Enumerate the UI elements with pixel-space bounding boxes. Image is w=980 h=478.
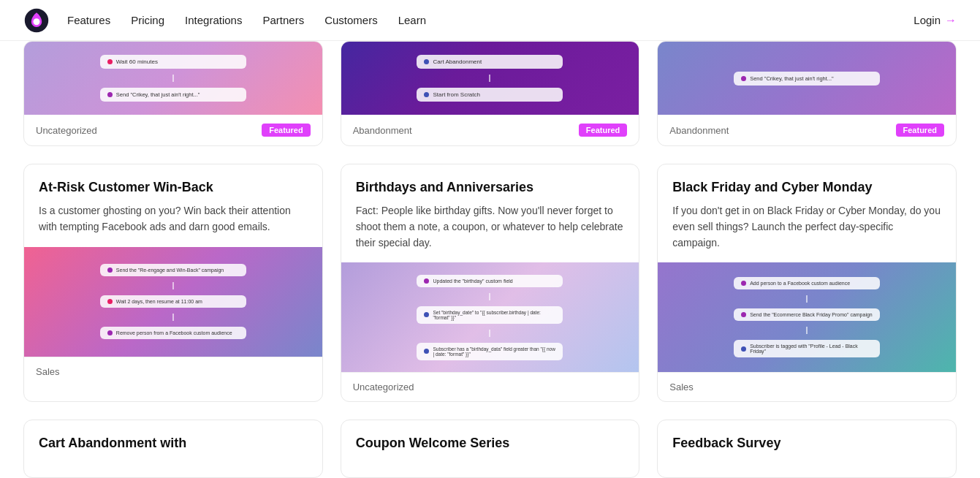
card-image: Updated the "birthday" custom field Set … [341,262,639,372]
bottom-card-row: Cart Abandonment with Coupon Welcome Ser… [23,420,957,478]
diagram-box: Send "Crikey, that just ain't right..." [100,88,246,102]
diagram-connector [172,314,174,321]
diagram-box: Subscriber has a "birthday_data" field g… [417,343,563,360]
diagram-box: Updated the "birthday" custom field [417,275,563,287]
diagram-box: Remove person from a Facebook custom aud… [100,327,246,339]
card-text: Black Friday and Cyber Monday If you don… [658,164,956,262]
svg-point-1 [34,18,40,25]
dot-icon [424,312,429,317]
card-description: If you don't get in on Black Friday or C… [672,203,941,251]
card-description: Is a customer ghosting on you? Win back … [39,203,308,235]
card-title: At-Risk Customer Win-Back [39,179,308,196]
page-content: Wait 60 minutes Send "Crikey, that just … [0,41,980,478]
featured-badge: Featured [896,124,944,137]
card-image: Send "Crikey, that just ain't right..." [658,42,956,115]
card-abandonment-featured-2[interactable]: Send "Crikey, that just ain't right..." … [657,41,957,146]
dot-icon [741,346,746,352]
dot-icon [107,59,113,64]
nav-features[interactable]: Features [67,14,110,26]
navigation: Features Pricing Integrations Partners C… [0,0,980,41]
nav-links: Features Pricing Integrations Partners C… [67,14,913,26]
nav-integrations[interactable]: Integrations [185,14,242,26]
card-title: Black Friday and Cyber Monday [672,179,941,196]
diagram-box: Set "birthday_date" to "{{ subscriber.bi… [417,306,563,324]
diagram-box: Cart Abandonment [417,55,563,69]
login-button[interactable]: Login → [913,14,957,27]
card-category: Abandonment [353,125,412,136]
top-card-row: Wait 60 minutes Send "Crikey, that just … [23,41,957,146]
card-uncategorized-featured[interactable]: Wait 60 minutes Send "Crikey, that just … [23,41,323,146]
card-footer: Abandonment Featured [341,115,639,145]
dot-icon [741,312,746,317]
card-coupon-welcome[interactable]: Coupon Welcome Series [341,420,640,478]
card-text: At-Risk Customer Win-Back Is a customer … [24,164,322,247]
card-image: Add person to a Facebook custom audience… [658,262,956,372]
dot-icon [107,330,113,335]
card-title: Cart Abandonment with [39,435,308,452]
dot-icon [741,281,746,286]
diagram-box: Send the "Re-engage and Win-Back" campai… [100,264,246,276]
card-image: Wait 60 minutes Send "Crikey, that just … [24,42,322,115]
diagram-box: Add person to a Facebook custom audience [734,277,880,289]
dot-icon [741,76,746,81]
dot-icon [107,92,113,97]
diagram-connector [489,75,490,82]
nav-customers[interactable]: Customers [324,14,378,26]
diagram-connector [489,293,490,300]
diagram-connector [806,327,808,334]
diagram-connector [489,330,490,337]
diagram-box: Wait 60 minutes [100,55,246,69]
logo[interactable] [23,7,50,34]
card-title: Coupon Welcome Series [356,435,625,452]
diagram-connector [172,282,174,289]
diagram-connector [806,295,808,303]
card-title: Feedback Survey [672,435,941,452]
card-at-risk-winback[interactable]: At-Risk Customer Win-Back Is a customer … [23,164,323,402]
card-text: Feedback Survey [658,420,956,463]
card-cart-abandonment[interactable]: Cart Abandonment with [23,420,323,478]
card-footer: Sales [24,357,322,386]
card-text: Cart Abandonment with [24,420,322,463]
card-diagram: Send the "Re-engage and Win-Back" campai… [24,247,322,357]
card-footer: Uncategorized Featured [24,115,322,145]
card-diagram: Updated the "birthday" custom field Set … [341,262,639,372]
nav-learn[interactable]: Learn [398,14,426,26]
card-category: Uncategorized [36,125,97,136]
card-diagram: Wait 60 minutes Send "Crikey, that just … [24,42,322,115]
dot-icon [424,349,429,354]
nav-pricing[interactable]: Pricing [131,14,164,26]
card-image: Send the "Re-engage and Win-Back" campai… [24,247,322,357]
card-diagram: Send "Crikey, that just ain't right..." [658,42,956,115]
card-birthdays-anniversaries[interactable]: Birthdays and Anniversaries Fact: People… [341,164,640,402]
featured-badge: Featured [262,124,310,137]
diagram-box: Wait 2 days, then resume at 11:00 am [100,295,246,308]
dot-icon [424,59,429,64]
card-diagram: Cart Abandonment Start from Scratch [341,42,639,115]
dot-icon [107,268,113,273]
card-image: Cart Abandonment Start from Scratch [341,42,639,115]
login-arrow-icon: → [945,14,957,27]
card-feedback-survey[interactable]: Feedback Survey [657,420,957,478]
card-diagram: Add person to a Facebook custom audience… [658,262,956,372]
diagram-box: Send "Crikey, that just ain't right..." [734,72,880,86]
diagram-box: Send the "Ecommerce Black Friday Promo" … [734,308,880,321]
dot-icon [107,299,113,304]
card-footer: Uncategorized [341,372,639,401]
dot-icon [424,278,429,284]
card-text: Coupon Welcome Series [341,420,639,463]
main-card-grid: At-Risk Customer Win-Back Is a customer … [23,164,957,402]
featured-badge: Featured [579,124,627,137]
diagram-box: Subscriber is tagged with "Profile - Lea… [734,340,880,357]
diagram-box: Start from Scratch [417,88,563,102]
nav-partners[interactable]: Partners [262,14,304,26]
card-category: Abandonment [669,125,729,136]
dot-icon [424,92,429,97]
card-title: Birthdays and Anniversaries [356,179,625,196]
card-black-friday-cyber-monday[interactable]: Black Friday and Cyber Monday If you don… [657,164,957,402]
diagram-connector [172,75,174,82]
card-footer: Sales [658,372,956,401]
card-footer: Abandonment Featured [658,115,956,145]
card-description: Fact: People like birthday gifts. Now yo… [356,203,625,251]
card-abandonment-featured-1[interactable]: Cart Abandonment Start from Scratch Aban… [341,41,640,146]
card-text: Birthdays and Anniversaries Fact: People… [341,164,639,262]
